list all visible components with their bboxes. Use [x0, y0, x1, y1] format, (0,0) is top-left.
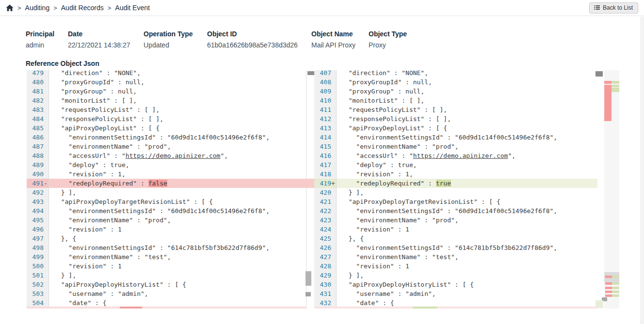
code-segment: "apiProxyDeployList" : [ { [53, 124, 160, 132]
diff-line: 428 "revision" : 1 [314, 262, 597, 271]
diff-line: 479 "direction" : "NONE", [27, 70, 306, 77]
diff-line: 423 "environmentName" : "prod", [314, 216, 597, 225]
diff-line: 412 "responsePolicyList" : [ ], [314, 114, 597, 123]
top-bar: > Auditing > Audit Records > Audit Event… [0, 0, 644, 16]
code-segment: "revision" : 1 [341, 262, 409, 270]
code-text: "deploy" : true, [337, 160, 597, 170]
code-segment: "environmentSettingsId" : "60d9d1c14f00c… [53, 134, 270, 141]
field-object-type: Object Type Proxy [369, 30, 407, 49]
left-scrollbar-block[interactable] [306, 271, 311, 286]
code-text: "deploy" : true, [49, 160, 306, 170]
right-scrollbar-thumb[interactable] [596, 71, 603, 77]
code-segment: "environmentName" : "test", [53, 253, 171, 261]
line-number: 494 [27, 206, 49, 216]
code-text: "redeployRequired" : true [337, 179, 597, 188]
line-number: 499 [27, 252, 49, 262]
diff-line: 421 "apiProxyDeployTargetRevisionList" :… [314, 197, 597, 206]
line-number: 430 [314, 280, 337, 289]
diff-line: 489 "deploy" : true, [27, 160, 306, 170]
breadcrumb-item-audit-records[interactable]: Audit Records [61, 4, 104, 12]
code-text: } ], [49, 271, 306, 280]
modified-json-pane[interactable]: 407 "direction" : "NONE",408 "proxyGroup… [314, 70, 597, 309]
code-segment: ", [220, 152, 228, 159]
code-text: "username" : "admin", [337, 289, 597, 298]
code-text: "apiProxyDeployList" : [ { [337, 123, 597, 133]
line-number: 495 [27, 216, 49, 225]
line-number: 423 [314, 216, 337, 225]
diff-line: 416 "accessUrl" : "https://demo.apinizer… [314, 151, 597, 160]
code-text: "requestPolicyList" : [ ], [49, 105, 306, 114]
breadcrumb-separator: > [17, 4, 21, 12]
code-segment: "apiProxyDeployHistoryList" : [ { [341, 281, 474, 288]
ruler-deleted-mark [605, 276, 612, 278]
left-scrollbar-thumb[interactable] [307, 71, 314, 75]
field-label: Principal [26, 30, 68, 38]
line-number: 425 [314, 234, 337, 243]
home-icon[interactable] [6, 4, 14, 12]
line-number: 493 [27, 197, 49, 206]
code-segment: "revision" : 1, [341, 170, 413, 178]
line-number: 502 [27, 280, 49, 289]
diff-line: 484 "responsePolicyList" : [ ], [27, 114, 306, 123]
code-text: }, { [337, 234, 597, 243]
line-number: 411 [314, 105, 337, 114]
field-label: Operation Type [144, 30, 207, 38]
line-number: 426 [314, 243, 337, 252]
line-number: 492 [27, 188, 49, 197]
field-object-name: Object Name Mail API Proxy [311, 30, 369, 49]
code-text: "environmentSettingsId" : "60d9d1c14f00c… [49, 133, 306, 142]
code-text: "environmentName" : "test", [49, 252, 306, 262]
code-segment: } ], [341, 272, 364, 279]
code-text: "proxyGroupId" : null, [337, 77, 597, 87]
access-url-link[interactable]: https://demo.apinizer.com [413, 152, 508, 159]
original-json-pane[interactable]: 479 "direction" : "NONE",480 "proxyGroup… [27, 70, 306, 309]
diff-line: 420 } ], [314, 188, 597, 197]
field-value: Proxy [369, 41, 407, 49]
code-segment: } ], [53, 189, 76, 196]
line-number: 490 [27, 170, 49, 179]
field-date: Date 22/12/2021 14:38:27 [68, 30, 144, 49]
ruler-added-mark [612, 282, 619, 285]
breadcrumb-item-auditing[interactable]: Auditing [25, 4, 50, 12]
back-to-list-button[interactable]: Back to List [589, 2, 638, 14]
code-segment: } ], [53, 272, 76, 279]
code-text: "direction" : "NONE", [337, 70, 597, 77]
code-segment: "requestPolicyList" : [ ], [53, 106, 160, 113]
code-text: "revision" : 1 [337, 262, 597, 271]
breadcrumb-separator: > [108, 4, 112, 12]
diff-line-add: 419+ "redeployRequired" : true [314, 179, 597, 188]
line-number: 500 [27, 262, 49, 271]
code-text: "revision" : 1 [337, 225, 597, 234]
access-url-link[interactable]: https://demo.apinizer.com [126, 152, 221, 159]
diff-line-del: 491- "redeployRequired" : false [27, 179, 306, 188]
code-text: "environmentName" : "prod", [49, 142, 306, 151]
code-text: "proxyGroup" : null, [337, 87, 597, 96]
code-segment: "apiProxyDeployHistoryList" : [ { [53, 281, 186, 288]
diff-line: 499 "environmentName" : "test", [27, 252, 306, 262]
line-number: 488 [27, 151, 49, 160]
diff-line: 492 } ], [27, 188, 306, 197]
code-text: "revision" : 1, [49, 170, 306, 179]
line-number: 409 [314, 87, 337, 96]
ruler-added-mark [612, 81, 619, 84]
line-number: 418 [314, 170, 337, 179]
field-label: Object Type [369, 30, 407, 38]
left-scrollbar-block-small[interactable] [306, 292, 311, 296]
line-number: 496 [27, 225, 49, 234]
code-text: "apiProxyDeployHistoryList" : [ { [49, 280, 306, 289]
line-number: 417 [314, 160, 337, 170]
partial-changed-row [314, 307, 597, 309]
code-segment: "monitorList" : [ ], [341, 97, 424, 104]
line-number: 483 [27, 105, 49, 114]
diff-line: 409 "proxyGroup" : null, [314, 87, 597, 96]
diff-line: 483 "requestPolicyList" : [ ], [27, 105, 306, 114]
field-label: Object ID [207, 30, 311, 38]
field-principal: Principal admin [26, 30, 68, 49]
code-segment: "username" : "admin", [53, 290, 148, 297]
line-number: 481 [27, 87, 49, 96]
code-text: "environmentName" : "test", [337, 252, 597, 262]
code-segment: "environmentName" : "test", [341, 253, 459, 261]
ruler-added-mark [612, 294, 619, 297]
code-segment: "proxyGroup" : null, [53, 88, 137, 95]
page-scrollbar[interactable] [640, 16, 644, 324]
